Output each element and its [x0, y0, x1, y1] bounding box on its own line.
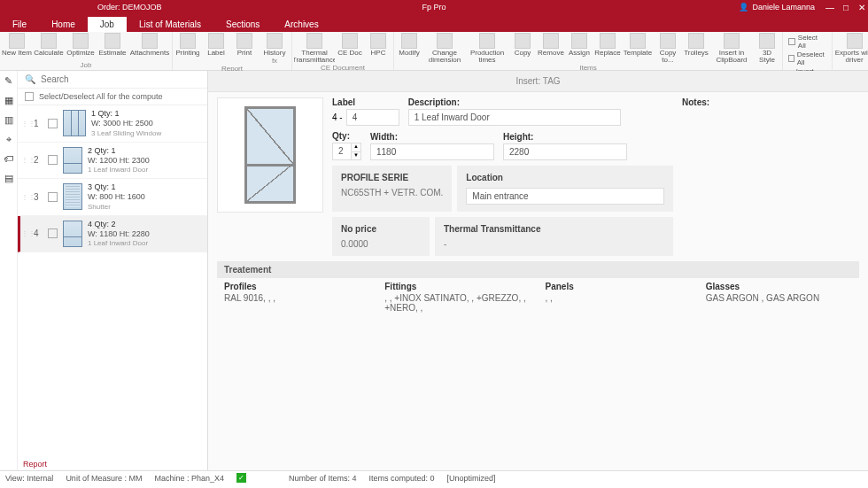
- copy-button[interactable]: Copy: [509, 33, 536, 64]
- location-input[interactable]: Main entrance: [466, 188, 664, 205]
- qty-up-button[interactable]: ▲: [352, 143, 360, 151]
- description-label: Description:: [408, 97, 621, 107]
- tab-archives[interactable]: Archives: [272, 17, 330, 32]
- description-input[interactable]: 1 Leaf Inward Door: [408, 109, 621, 126]
- 3d-icon: [759, 33, 775, 49]
- close-window-button[interactable]: ✕: [857, 3, 866, 12]
- item-preview: [217, 97, 323, 213]
- select-all-button[interactable]: Select All: [788, 34, 826, 50]
- list-item[interactable]: ⋮⋮ 2 2 Qty: 1 W: 1200 Ht: 2300 1 Leaf In…: [18, 143, 207, 180]
- search-box[interactable]: 🔍: [18, 71, 207, 89]
- location-tool-icon[interactable]: ⌖: [3, 133, 15, 145]
- 3d-style-button[interactable]: 3D Style: [754, 33, 780, 64]
- label-icon: [208, 33, 224, 49]
- glasses-value: GAS ARGON , GAS ARGON: [706, 293, 852, 303]
- remove-button[interactable]: Remove: [538, 33, 564, 64]
- tab-job[interactable]: Job: [88, 17, 127, 32]
- change-dimension-button[interactable]: Change dimension: [424, 33, 465, 64]
- qty-label: Qty:: [332, 131, 361, 141]
- replace-icon: [600, 33, 616, 49]
- label-button[interactable]: Label: [203, 33, 229, 65]
- height-label: Height:: [503, 132, 627, 142]
- production-times-button[interactable]: Production times: [467, 33, 508, 64]
- user-label[interactable]: 👤 Daniele Lamanna: [739, 3, 815, 12]
- grid-tool-icon[interactable]: ▦: [3, 94, 15, 106]
- list-item[interactable]: ⋮⋮ 4 4 Qty: 2 W: 1180 Ht: 2280 1 Leaf In…: [18, 216, 207, 253]
- status-bar: View: Internal Unit of Measure : MM Mach…: [0, 470, 868, 484]
- calc-tool-icon[interactable]: ▤: [3, 172, 15, 184]
- grip-icon: ⋮⋮: [21, 229, 28, 237]
- deselect-all-icon: [788, 55, 794, 62]
- print-button[interactable]: Print: [231, 33, 258, 65]
- profiles-value: RAL 9016, , ,: [224, 293, 370, 303]
- tab-list-of-materials[interactable]: List of Materials: [127, 17, 213, 32]
- edit-tool-icon[interactable]: ✎: [3, 74, 15, 87]
- item-checkbox[interactable]: [48, 192, 58, 202]
- maximize-button[interactable]: □: [841, 3, 850, 12]
- profiles-header: Profiles: [224, 282, 370, 291]
- status-items-computed: Items computed: 0: [369, 474, 435, 483]
- thermal-button[interactable]: Thermal Transmittance: [294, 33, 335, 64]
- printing-button[interactable]: Printing: [174, 33, 201, 65]
- item-checkbox[interactable]: [48, 155, 58, 165]
- new-item-icon: [9, 33, 25, 49]
- insert-clipboard-button[interactable]: Insert in ClipBoard: [711, 33, 752, 64]
- tag-tool-icon[interactable]: 🏷: [3, 152, 15, 165]
- qty-input[interactable]: 2: [332, 143, 352, 160]
- hpc-button[interactable]: HPC: [365, 33, 391, 64]
- template-button[interactable]: Template: [623, 33, 653, 64]
- report-link[interactable]: Report: [18, 458, 207, 470]
- height-input[interactable]: 2280: [503, 143, 627, 160]
- label-input[interactable]: 4: [346, 109, 399, 126]
- printing-icon: [180, 33, 196, 49]
- trolleys-icon: [688, 33, 704, 49]
- minimize-button[interactable]: —: [825, 3, 834, 12]
- status-view: View: Internal: [5, 474, 53, 483]
- trolleys-button[interactable]: Trolleys: [683, 33, 709, 64]
- item-title: 2 Qty: 1: [88, 146, 204, 156]
- history-button[interactable]: Historyfx: [260, 33, 290, 65]
- select-all-checkbox[interactable]: [25, 92, 34, 101]
- estimate-button[interactable]: Estimate: [97, 33, 128, 57]
- notes-panel: Notes:: [682, 97, 859, 256]
- item-checkbox[interactable]: [48, 229, 58, 238]
- item-thumbnail: [63, 147, 82, 174]
- ce-doc-button[interactable]: CE Doc: [337, 33, 363, 64]
- search-icon: 🔍: [25, 74, 35, 84]
- history-icon: [267, 33, 283, 49]
- exports-driver-button[interactable]: Exports with driver: [834, 33, 868, 64]
- grip-icon: ⋮⋮: [21, 193, 28, 201]
- search-input[interactable]: [41, 74, 200, 84]
- tab-sections[interactable]: Sections: [213, 17, 272, 32]
- status-optimized: [Unoptimized]: [447, 474, 496, 483]
- export-driver-icon: [847, 33, 863, 49]
- assign-button[interactable]: Assign: [566, 33, 593, 64]
- optimize-button[interactable]: Optimize: [66, 33, 96, 57]
- width-input[interactable]: 1180: [370, 143, 494, 160]
- select-all-row[interactable]: Select/Deselect All for the compute: [18, 89, 207, 105]
- assign-icon: [571, 33, 587, 49]
- remove-icon: [543, 33, 559, 49]
- attachments-button[interactable]: Attachments: [129, 33, 170, 57]
- price-value: 0.0000: [341, 239, 421, 249]
- modify-icon: [401, 33, 417, 49]
- modify-button[interactable]: Modify: [396, 33, 422, 64]
- width-label: Width:: [370, 132, 494, 142]
- deselect-all-button[interactable]: Deselect All: [788, 50, 826, 66]
- list-item[interactable]: ⋮⋮ 1 1 Qty: 1 W: 3000 Ht: 2500 3 Leaf Sl…: [18, 105, 207, 143]
- item-number: 2: [34, 155, 43, 165]
- tab-file[interactable]: File: [0, 17, 39, 32]
- copy-to-button[interactable]: Copy to...: [655, 33, 681, 64]
- list-item[interactable]: ⋮⋮ 3 3 Qty: 1 W: 800 Ht: 1600 Shutter: [18, 179, 207, 216]
- tab-home[interactable]: Home: [39, 17, 88, 32]
- production-times-icon: [479, 33, 495, 49]
- thermal-icon: [306, 33, 322, 49]
- user-icon: 👤: [739, 3, 748, 12]
- new-item-button[interactable]: New Item: [2, 33, 32, 57]
- item-checkbox[interactable]: [48, 119, 58, 128]
- barcode-tool-icon[interactable]: ▥: [3, 113, 15, 126]
- optimize-icon: [73, 33, 89, 49]
- qty-down-button[interactable]: ▼: [352, 151, 360, 159]
- replace-button[interactable]: Replace: [594, 33, 621, 64]
- calculate-button[interactable]: Calculate: [34, 33, 64, 57]
